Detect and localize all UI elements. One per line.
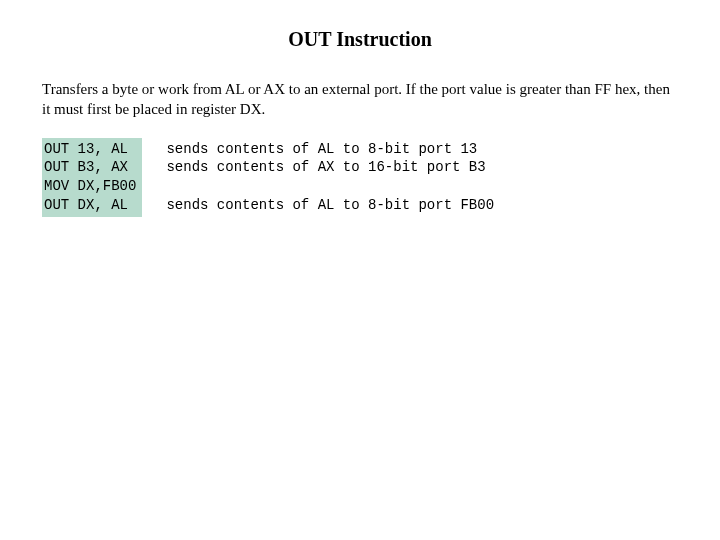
slide-page: OUT Instruction Transfers a byte or work… — [0, 0, 720, 217]
example-row: OUT 13, AL OUT B3, AX MOV DX,FB00 OUT DX… — [42, 138, 678, 218]
description-text: Transfers a byte or work from AL or AX t… — [42, 79, 678, 120]
code-block: OUT 13, AL OUT B3, AX MOV DX,FB00 OUT DX… — [42, 138, 142, 218]
explanation-block: sends contents of AL to 8-bit port 13 se… — [142, 138, 494, 218]
page-title: OUT Instruction — [42, 28, 678, 51]
